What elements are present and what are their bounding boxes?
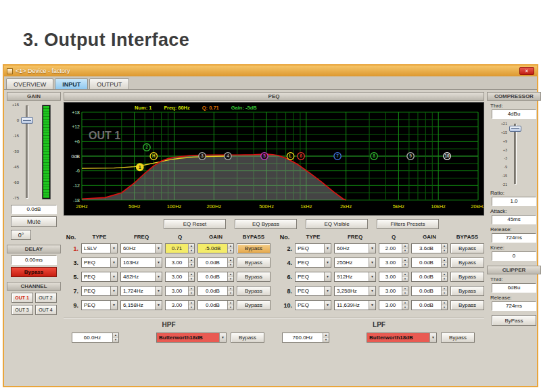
eq-q-spinner[interactable]: 3.00▲▼ xyxy=(165,300,195,310)
chevron-down-icon[interactable]: ▼ xyxy=(324,258,331,267)
lpf-bypass-button[interactable]: Bypass xyxy=(441,333,475,343)
eq-gain-spinner[interactable]: 0.0dB▲▼ xyxy=(197,258,234,268)
eq-q-spinner[interactable]: 0.71▲▼ xyxy=(165,243,195,253)
chevron-down-icon[interactable]: ▼ xyxy=(110,287,117,295)
attack-value[interactable]: 45ms xyxy=(492,215,536,224)
spin-down-icon[interactable]: ▼ xyxy=(402,305,408,310)
eq-gain-spinner[interactable]: 0.0dB▲▼ xyxy=(197,300,234,310)
chevron-down-icon[interactable]: ▼ xyxy=(369,258,375,267)
chevron-down-icon[interactable]: ▼ xyxy=(155,287,162,295)
spin-down-icon[interactable]: ▼ xyxy=(402,249,408,253)
hpf-freq-spinner[interactable]: 60.0Hz ▲▼ xyxy=(72,333,119,343)
eq-row-bypass-button[interactable]: Bypass xyxy=(450,243,484,253)
spin-down-icon[interactable]: ▼ xyxy=(189,291,194,296)
chevron-down-icon[interactable]: ▼ xyxy=(369,301,375,310)
eq-gain-spinner[interactable]: 0.0dB▲▼ xyxy=(411,286,448,296)
ratio-value[interactable]: 1.0 xyxy=(492,197,536,206)
chevron-down-icon[interactable]: ▼ xyxy=(155,258,162,267)
close-icon[interactable]: × xyxy=(519,67,534,75)
eq-type-select[interactable]: PEQ▼ xyxy=(295,286,331,296)
peq-response-plot[interactable]: +18+12+60dB-6-12-1820Hz50Hz100Hz200Hz500… xyxy=(64,103,484,215)
eq-row-bypass-button[interactable]: Bypass xyxy=(237,300,270,310)
eq-point-marker[interactable]: 5 xyxy=(261,153,268,160)
spin-down-icon[interactable]: ▼ xyxy=(228,291,233,296)
tab-input[interactable]: INPUT xyxy=(55,78,88,89)
eq-row-bypass-button[interactable]: Bypass xyxy=(237,258,270,268)
chevron-down-icon[interactable]: ▼ xyxy=(324,272,331,281)
eq-q-spinner[interactable]: 3.00▲▼ xyxy=(379,258,408,268)
eq-row-bypass-button[interactable]: Bypass xyxy=(450,300,484,310)
eq-reset-button[interactable]: EQ Reset xyxy=(164,219,226,229)
eq-freq-select[interactable]: 11,639Hz▼ xyxy=(334,300,376,310)
chevron-down-icon[interactable]: ▼ xyxy=(429,333,436,342)
compressor-slider-thumb[interactable] xyxy=(509,126,521,132)
delay-readout[interactable]: 0.00ms xyxy=(11,255,57,265)
spin-down-icon[interactable]: ▼ xyxy=(323,338,329,343)
chevron-down-icon[interactable]: ▼ xyxy=(110,258,117,267)
chevron-down-icon[interactable]: ▼ xyxy=(155,272,162,281)
eq-row-bypass-button[interactable]: Bypass xyxy=(450,272,484,282)
spin-down-icon[interactable]: ▼ xyxy=(189,263,194,268)
eq-point-marker[interactable]: H xyxy=(150,153,157,160)
eq-freq-select[interactable]: 6,158Hz▼ xyxy=(120,300,162,310)
eq-point-marker[interactable]: 9 xyxy=(407,153,414,160)
knee-value[interactable]: 0 xyxy=(492,251,536,261)
tab-overview[interactable]: OVERVIEW xyxy=(6,78,53,89)
eq-type-select[interactable]: PEQ▼ xyxy=(295,272,331,282)
eq-gain-spinner[interactable]: 3.6dB▲▼ xyxy=(411,243,448,253)
eq-freq-select[interactable]: 912Hz▼ xyxy=(334,272,376,282)
eq-bypass-button[interactable]: EQ Bypass xyxy=(235,219,297,229)
eq-point-marker[interactable]: 2 xyxy=(143,144,150,151)
window-titlebar[interactable]: <1> Device - factory × xyxy=(4,66,537,76)
gain-fader-thumb[interactable] xyxy=(21,117,33,124)
eq-row-bypass-button[interactable]: Bypass xyxy=(450,286,484,296)
hpf-filter-select[interactable]: Butterworth18dB ▼ xyxy=(156,333,227,343)
eq-type-select[interactable]: PEQ▼ xyxy=(81,286,118,296)
eq-row-bypass-button[interactable]: Bypass xyxy=(237,286,270,296)
eq-q-spinner[interactable]: 2.00▲▼ xyxy=(379,243,408,253)
eq-freq-select[interactable]: 255Hz▼ xyxy=(334,258,376,268)
channel-button-out-3[interactable]: OUT 3 xyxy=(11,305,33,315)
eq-visible-button[interactable]: EQ Visible xyxy=(306,219,368,229)
chevron-down-icon[interactable]: ▼ xyxy=(324,301,331,310)
spin-down-icon[interactable]: ▼ xyxy=(402,277,408,282)
spin-down-icon[interactable]: ▼ xyxy=(228,249,233,253)
spin-down-icon[interactable]: ▼ xyxy=(189,249,194,253)
spin-down-icon[interactable]: ▼ xyxy=(189,277,194,282)
compressor-slider-track[interactable] xyxy=(514,124,517,185)
chevron-down-icon[interactable]: ▼ xyxy=(369,272,375,281)
channel-button-out-1[interactable]: OUT 1 xyxy=(11,293,33,303)
spin-down-icon[interactable]: ▼ xyxy=(442,249,447,253)
spin-down-icon[interactable]: ▼ xyxy=(442,263,447,268)
mute-button[interactable]: Mute xyxy=(11,216,57,227)
eq-point-marker[interactable]: 8 xyxy=(371,153,377,160)
eq-point-marker[interactable]: L xyxy=(287,153,293,160)
eq-type-select[interactable]: PEQ▼ xyxy=(81,258,118,268)
hpf-bypass-button[interactable]: Bypass xyxy=(231,333,264,343)
spin-down-icon[interactable]: ▼ xyxy=(402,263,408,268)
eq-type-select[interactable]: PEQ▼ xyxy=(81,272,118,282)
eq-q-spinner[interactable]: 3.00▲▼ xyxy=(165,258,195,268)
lpf-filter-select[interactable]: Butterworth18dB ▼ xyxy=(367,333,437,343)
eq-type-select[interactable]: PEQ▼ xyxy=(81,300,118,310)
clipper-threshold-value[interactable]: 6dBu xyxy=(492,283,536,293)
eq-gain-spinner[interactable]: 0.0dB▲▼ xyxy=(197,286,234,296)
channel-button-out-4[interactable]: OUT 4 xyxy=(35,305,57,315)
eq-point-marker[interactable]: 4 xyxy=(225,153,231,160)
eq-q-spinner[interactable]: 3.00▲▼ xyxy=(165,272,195,282)
clipper-release-value[interactable]: 724ms xyxy=(492,301,536,311)
eq-type-select[interactable]: LSLV▼ xyxy=(81,243,118,253)
chevron-down-icon[interactable]: ▼ xyxy=(324,244,331,253)
chevron-down-icon[interactable]: ▼ xyxy=(110,301,117,310)
spin-down-icon[interactable]: ▼ xyxy=(228,277,233,282)
eq-freq-select[interactable]: 60Hz▼ xyxy=(120,243,162,253)
eq-point-marker[interactable]: 6 xyxy=(298,153,304,160)
spin-down-icon[interactable]: ▼ xyxy=(189,305,194,310)
eq-point-marker[interactable]: 10 xyxy=(444,153,450,160)
eq-type-select[interactable]: PEQ▼ xyxy=(295,243,331,253)
eq-type-select[interactable]: PEQ▼ xyxy=(295,300,331,310)
eq-row-bypass-button[interactable]: Bypass xyxy=(450,258,484,268)
eq-row-bypass-button[interactable]: Bypass xyxy=(237,243,270,253)
clipper-bypass-button[interactable]: ByPass xyxy=(492,315,536,326)
spin-down-icon[interactable]: ▼ xyxy=(442,291,447,296)
